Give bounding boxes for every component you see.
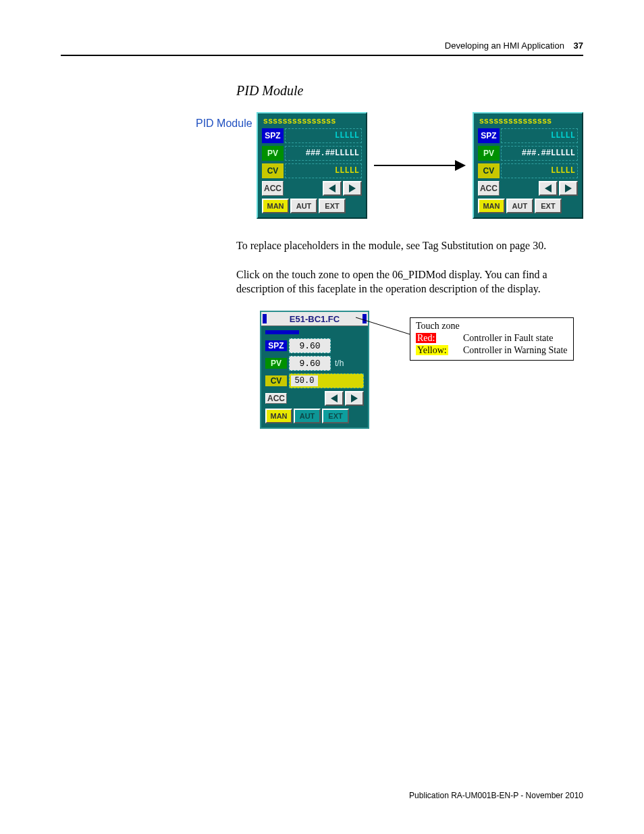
decrement-button[interactable] <box>539 181 558 196</box>
paragraph-2: Click on the touch zone to open the 06_P… <box>236 268 583 296</box>
trend-bar <box>265 330 299 334</box>
spz-label: SPZ <box>265 340 287 351</box>
pid-module-row-label: PID Module <box>196 118 252 130</box>
pv-value: 9.60 <box>289 356 331 371</box>
increment-button[interactable] <box>345 391 364 406</box>
spz-value[interactable]: LLLLL <box>501 128 578 143</box>
cv-value[interactable]: LLLLL <box>285 163 362 178</box>
pv-unit: t/h <box>335 359 344 368</box>
header-title: Developing an HMI Application <box>445 41 564 51</box>
man-button[interactable]: MAN <box>265 409 292 423</box>
publication-footer: Publication RA-UM001B-EN-P - November 20… <box>409 791 583 800</box>
triangle-left-icon <box>331 394 338 402</box>
cv-label: CV <box>262 163 284 178</box>
spz-value[interactable]: LLLLL <box>285 128 362 143</box>
pid-faceplate-figure: E51-BC1.FC SPZ 9.60 PV 9.60 t/h CV 50.0 <box>260 311 583 429</box>
cv-value[interactable]: LLLLL <box>501 163 578 178</box>
pv-label: PV <box>265 358 287 369</box>
arrow-icon <box>374 160 466 171</box>
pv-value: ###.##LLLLL <box>501 146 578 161</box>
ext-button[interactable]: EXT <box>535 199 562 213</box>
pid-placeholder-right[interactable]: sssssssssssssss SPZ LLLLL PV ###.##LLLLL… <box>473 112 583 219</box>
ext-button[interactable]: EXT <box>322 409 349 423</box>
aut-button[interactable]: AUT <box>294 409 321 423</box>
aut-button[interactable]: AUT <box>290 199 317 213</box>
touch-zone-callout: Touch zone Red: Controller in Fault stat… <box>410 317 574 361</box>
cv-label: CV <box>478 163 500 178</box>
red-label: Red: <box>416 333 436 343</box>
decrement-button[interactable] <box>323 181 342 196</box>
triangle-left-icon <box>329 184 336 192</box>
increment-button[interactable] <box>559 181 578 196</box>
decrement-button[interactable] <box>325 391 344 406</box>
man-button[interactable]: MAN <box>262 199 289 213</box>
page-number: 37 <box>574 41 583 51</box>
ext-button[interactable]: EXT <box>319 199 346 213</box>
aut-button[interactable]: AUT <box>506 199 533 213</box>
triangle-right-icon <box>351 394 358 402</box>
acc-button[interactable]: ACC <box>262 181 284 196</box>
page-header: Developing an HMI Application 37 <box>61 41 583 55</box>
pv-value: ###.##LLLLL <box>285 146 362 161</box>
spz-value[interactable]: 9.60 <box>289 338 331 353</box>
triangle-left-icon <box>545 184 552 192</box>
faceplate-title: E51-BC1.FC <box>261 312 368 326</box>
cv-label: CV <box>265 375 287 386</box>
increment-button[interactable] <box>343 181 362 196</box>
acc-button[interactable]: ACC <box>265 393 287 404</box>
pid-title: sssssssssssssss <box>478 116 578 128</box>
pv-label: PV <box>262 146 284 161</box>
pid-placeholder-left[interactable]: sssssssssssssss SPZ LLLLL PV ###.##LLLLL… <box>257 112 367 219</box>
man-button[interactable]: MAN <box>478 199 505 213</box>
cv-value: 50.0 <box>291 375 318 386</box>
header-rule <box>61 55 583 56</box>
triangle-right-icon <box>349 184 356 192</box>
pv-label: PV <box>478 146 500 161</box>
pid-faceplate[interactable]: E51-BC1.FC SPZ 9.60 PV 9.60 t/h CV 50.0 <box>260 311 369 429</box>
cv-bar[interactable]: 50.0 <box>289 373 364 388</box>
callout-title: Touch zone <box>416 321 568 332</box>
triangle-right-icon <box>565 184 572 192</box>
red-text: Controller in Fault state <box>463 333 568 344</box>
section-heading: PID Module <box>236 83 583 99</box>
pid-title: sssssssssssssss <box>262 116 362 128</box>
spz-label: SPZ <box>262 128 284 143</box>
pid-module-figure: PID Module sssssssssssssss SPZ LLLLL PV … <box>196 112 583 219</box>
yellow-text: Controller in Warning State <box>463 345 568 356</box>
leader-line <box>356 311 417 344</box>
svg-line-0 <box>356 317 410 334</box>
paragraph-1: To replace placeholders in the module, s… <box>236 239 583 253</box>
acc-button[interactable]: ACC <box>478 181 500 196</box>
yellow-label: Yellow: <box>416 345 448 355</box>
spz-label: SPZ <box>478 128 500 143</box>
